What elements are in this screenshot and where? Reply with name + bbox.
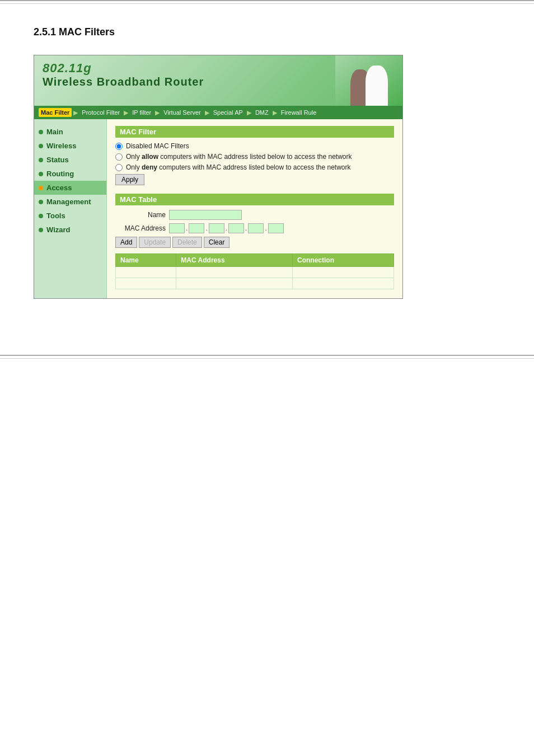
mac-data-table: Name MAC Address Connection: [115, 253, 394, 289]
sidebar-dot-status: [39, 158, 43, 162]
panel-body: Main Wireless Status Routing Access: [34, 119, 402, 298]
mac-sep-3: .: [226, 224, 227, 232]
table-row: [116, 278, 394, 289]
page-content: 2.5.1 MAC Filters 802.11g Wireless Broad…: [0, 4, 534, 321]
nav-tab-specialap[interactable]: Special AP: [211, 108, 245, 117]
header-people: [335, 55, 402, 106]
table-cell-mac: [176, 267, 293, 278]
bottom-border2: [0, 358, 534, 359]
nav-tab-ipfilter[interactable]: IP filter: [130, 108, 153, 117]
sidebar-dot-tools: [39, 214, 43, 218]
filter-option-allow: Only allow computers with MAC address li…: [115, 153, 394, 161]
clear-button[interactable]: Clear: [204, 237, 230, 248]
sidebar-dot-main: [39, 130, 43, 134]
mac-octet-4[interactable]: [228, 223, 244, 233]
sidebar-label-access: Access: [46, 184, 72, 192]
filter-option-disabled: Disabled MAC Filters: [115, 142, 394, 150]
sidebar-item-routing[interactable]: Routing: [34, 167, 106, 181]
update-button[interactable]: Update: [139, 237, 171, 248]
sidebar-item-status[interactable]: Status: [34, 153, 106, 167]
router-header: 802.11g Wireless Broadband Router: [34, 55, 402, 106]
col-header-mac: MAC Address: [176, 254, 293, 267]
nav-tab-protocolfilter[interactable]: Protocol Filter: [79, 108, 122, 117]
name-form-row: Name: [115, 210, 394, 220]
sidebar-item-management[interactable]: Management: [34, 195, 106, 209]
label-disabled: Disabled MAC Filters: [126, 142, 189, 150]
sidebar-item-main[interactable]: Main: [34, 125, 106, 139]
table-cell-name: [116, 278, 176, 289]
sidebar-dot-wireless: [39, 144, 43, 148]
router-panel: 802.11g Wireless Broadband Router Mac Fi…: [34, 55, 403, 299]
sidebar-label-status: Status: [46, 156, 69, 164]
nav-sep-6: ▶: [273, 109, 277, 116]
mac-address-inputs: . . . . .: [169, 223, 284, 233]
radio-deny[interactable]: [115, 164, 123, 171]
nav-tab-virtualserver[interactable]: Virtual Server: [161, 108, 203, 117]
col-header-name: Name: [116, 254, 176, 267]
table-cell-connection: [293, 278, 394, 289]
mac-octet-6[interactable]: [268, 223, 284, 233]
mac-sep-2: .: [205, 224, 207, 232]
col-header-connection: Connection: [293, 254, 394, 267]
nav-tab-macfilter[interactable]: Mac Filter: [39, 108, 72, 117]
mac-address-label: MAC Address: [115, 224, 166, 232]
name-input[interactable]: [169, 210, 242, 220]
main-content: MAC Filter Disabled MAC Filters Only all…: [107, 119, 402, 298]
sidebar-dot-routing: [39, 172, 43, 176]
allow-bold: allow: [142, 153, 158, 161]
mac-address-form-row: MAC Address . . . . .: [115, 223, 394, 233]
radio-disabled[interactable]: [115, 143, 123, 150]
nav-sep-3: ▶: [155, 109, 160, 116]
label-allow: Only allow computers with MAC address li…: [126, 153, 352, 161]
nav-sep-4: ▶: [205, 109, 209, 116]
nav-sep-2: ▶: [124, 109, 128, 116]
mac-table-buttons: Add Update Delete Clear: [115, 237, 394, 248]
sidebar-label-routing: Routing: [46, 170, 74, 178]
page-title: 2.5.1 MAC Filters: [34, 26, 500, 38]
mac-octet-3[interactable]: [209, 223, 224, 233]
table-cell-connection: [293, 267, 394, 278]
sidebar-item-access[interactable]: Access: [34, 181, 106, 195]
apply-button[interactable]: Apply: [115, 174, 144, 185]
sidebar-label-main: Main: [46, 128, 63, 136]
radio-allow[interactable]: [115, 153, 123, 161]
nav-tab-firewallrule[interactable]: Firewall Rule: [279, 108, 319, 117]
nav-tab-dmz[interactable]: DMZ: [253, 108, 271, 117]
table-cell-name: [116, 267, 176, 278]
delete-button[interactable]: Delete: [172, 237, 202, 248]
mac-octet-5[interactable]: [248, 223, 264, 233]
filter-option-deny: Only deny computers with MAC address lis…: [115, 163, 394, 171]
label-disabled-text: Disabled MAC Filters: [126, 142, 189, 150]
sidebar-label-wizard: Wizard: [46, 226, 71, 234]
name-label: Name: [115, 211, 166, 219]
deny-bold: deny: [142, 163, 157, 171]
sidebar-item-tools[interactable]: Tools: [34, 209, 106, 223]
mac-octet-1[interactable]: [169, 223, 185, 233]
nav-tabs-bar: Mac Filter ▶ Protocol Filter ▶ IP filter…: [34, 106, 402, 119]
bottom-border: [0, 355, 534, 356]
top-border: [0, 0, 534, 1]
nav-sep-1: ▶: [73, 109, 78, 116]
mac-filter-heading: MAC Filter: [115, 126, 394, 138]
sidebar-label-wireless: Wireless: [46, 142, 76, 150]
mac-octet-2[interactable]: [189, 223, 204, 233]
sidebar-item-wizard[interactable]: Wizard: [34, 223, 106, 237]
table-row: [116, 267, 394, 278]
sidebar-label-management: Management: [46, 198, 91, 206]
mac-sep-5: .: [265, 224, 266, 232]
add-button[interactable]: Add: [115, 237, 137, 248]
sidebar-label-tools: Tools: [46, 212, 65, 220]
sidebar-dot-management: [39, 200, 43, 204]
sidebar-dot-wizard: [39, 228, 43, 232]
table-cell-mac: [176, 278, 293, 289]
mac-table-heading: MAC Table: [115, 194, 394, 205]
sidebar-item-wireless[interactable]: Wireless: [34, 139, 106, 153]
sidebar: Main Wireless Status Routing Access: [34, 119, 107, 298]
mac-sep-4: .: [245, 224, 247, 232]
sidebar-dot-access: [39, 186, 43, 190]
nav-sep-5: ▶: [247, 109, 251, 116]
mac-sep-1: .: [186, 224, 188, 232]
label-deny: Only deny computers with MAC address lis…: [126, 163, 351, 171]
